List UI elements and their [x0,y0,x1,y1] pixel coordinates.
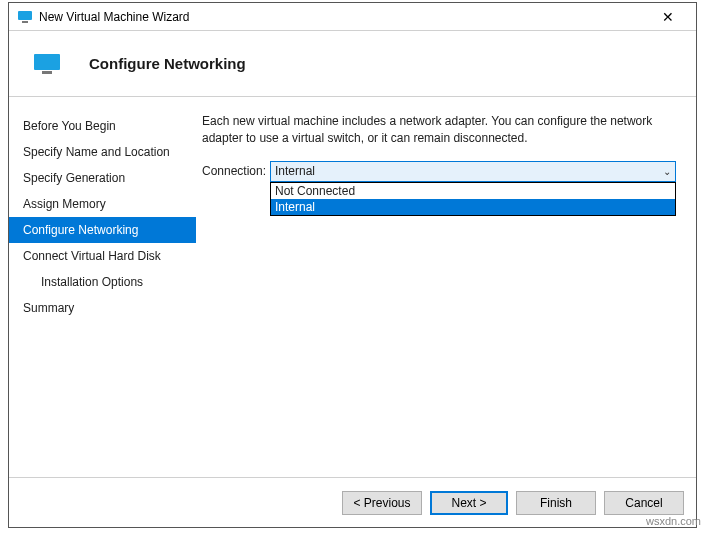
watermark-text: wsxdn.com [646,515,701,527]
previous-button[interactable]: < Previous [342,491,422,515]
chevron-down-icon: ⌄ [663,166,671,177]
wizard-footer: < Previous Next > Finish Cancel [9,477,696,527]
window-title: New Virtual Machine Wizard [39,10,648,24]
svg-rect-2 [34,54,60,70]
wizard-window: New Virtual Machine Wizard ✕ Configure N… [8,2,697,528]
connection-selected-value: Internal [275,164,663,178]
step-specify-generation[interactable]: Specify Generation [9,165,196,191]
connection-label: Connection: [202,161,270,178]
wizard-steps: Before You Begin Specify Name and Locati… [9,97,196,477]
svg-rect-3 [42,71,52,74]
step-installation-options[interactable]: Installation Options [9,269,196,295]
step-summary[interactable]: Summary [9,295,196,321]
connection-dropdown[interactable]: Internal ⌄ [270,161,676,182]
connection-row: Connection: Internal ⌄ Not Connected Int… [202,161,676,182]
cancel-button[interactable]: Cancel [604,491,684,515]
step-specify-name-location[interactable]: Specify Name and Location [9,139,196,165]
step-before-you-begin[interactable]: Before You Begin [9,113,196,139]
option-internal[interactable]: Internal [271,199,675,215]
description-text: Each new virtual machine includes a netw… [202,113,676,147]
connection-combo-wrap: Internal ⌄ Not Connected Internal [270,161,676,182]
step-connect-virtual-hard-disk[interactable]: Connect Virtual Hard Disk [9,243,196,269]
finish-button[interactable]: Finish [516,491,596,515]
wizard-body: Before You Begin Specify Name and Locati… [9,97,696,477]
app-icon [17,9,33,25]
connection-dropdown-list: Not Connected Internal [270,182,676,216]
option-not-connected[interactable]: Not Connected [271,183,675,199]
wizard-header: Configure Networking [9,31,696,97]
page-title: Configure Networking [89,55,246,72]
step-configure-networking[interactable]: Configure Networking [9,217,196,243]
next-button[interactable]: Next > [430,491,508,515]
wizard-icon [33,53,61,75]
close-button[interactable]: ✕ [648,9,688,25]
svg-rect-1 [22,21,28,23]
titlebar: New Virtual Machine Wizard ✕ [9,3,696,31]
svg-rect-0 [18,11,32,20]
step-assign-memory[interactable]: Assign Memory [9,191,196,217]
wizard-content: Each new virtual machine includes a netw… [196,97,696,477]
